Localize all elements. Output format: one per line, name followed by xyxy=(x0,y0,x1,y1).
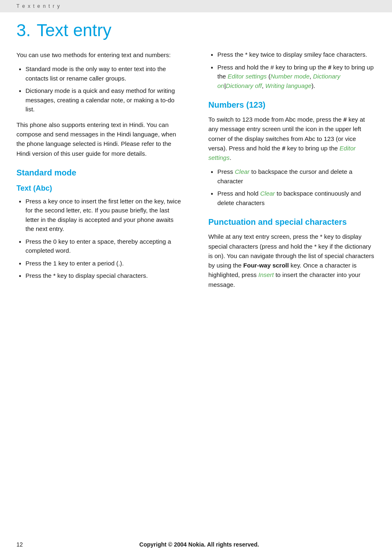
hindi-para: This phone also supports entering text i… xyxy=(16,120,184,158)
list-item: Press and hold the # key to bring up the… xyxy=(208,63,376,91)
list-item: Press the 0 key to enter a space, thereb… xyxy=(16,237,184,256)
numbers-list: Press Clear to backspace the cursor and … xyxy=(208,167,376,208)
right-column: Press the * key twice to display smiley … xyxy=(204,50,376,294)
list-item: Dictionary mode is a quick and easy meth… xyxy=(16,86,184,114)
chapter-number: 3. xyxy=(16,21,31,40)
list-item: Press the 1 key to enter a period (.). xyxy=(16,259,184,268)
punctuation-para: While at any text entry screen, press th… xyxy=(208,232,376,289)
list-item: Press the * key twice to display smiley … xyxy=(208,50,376,60)
page-container: T e x t e n t r y 3. Text entry You can … xyxy=(0,0,392,556)
footer-page-number: 12 xyxy=(16,541,23,548)
left-column: You can use two methods for entering tex… xyxy=(16,50,188,294)
list-item: Press the * key to display special chara… xyxy=(16,271,184,281)
list-item: Press a key once to insert the first let… xyxy=(16,197,184,234)
list-item: Press Clear to backspace the cursor and … xyxy=(208,167,376,186)
text-abc-list: Press a key once to insert the first let… xyxy=(16,197,184,281)
list-item: Press and hold Clear to backspace contin… xyxy=(208,189,376,208)
footer-copyright: Copyright © 2004 Nokia. All rights reser… xyxy=(23,541,376,548)
intro-list: Standard mode is the only way to enter t… xyxy=(16,65,184,114)
star-hash-list: Press the * key twice to display smiley … xyxy=(208,50,376,90)
chapter-title: Text entry xyxy=(37,21,111,40)
breadcrumb: T e x t e n t r y xyxy=(0,0,392,12)
chapter-heading: 3. Text entry xyxy=(16,21,376,40)
content-area: 3. Text entry You can use two methods fo… xyxy=(0,12,392,319)
numbers-heading: Numbers (123) xyxy=(208,100,376,110)
text-abc-heading: Text (Abc) xyxy=(16,184,184,193)
intro-para: You can use two methods for entering tex… xyxy=(16,50,184,60)
list-item: Standard mode is the only way to enter t… xyxy=(16,65,184,83)
numbers-para: To switch to 123 mode from Abc mode, pre… xyxy=(208,115,376,162)
punctuation-heading: Punctuation and special characters xyxy=(208,217,376,227)
breadcrumb-text: T e x t e n t r y xyxy=(16,3,60,9)
footer: 12 Copyright © 2004 Nokia. All rights re… xyxy=(0,541,392,548)
standard-mode-heading: Standard mode xyxy=(16,168,184,178)
